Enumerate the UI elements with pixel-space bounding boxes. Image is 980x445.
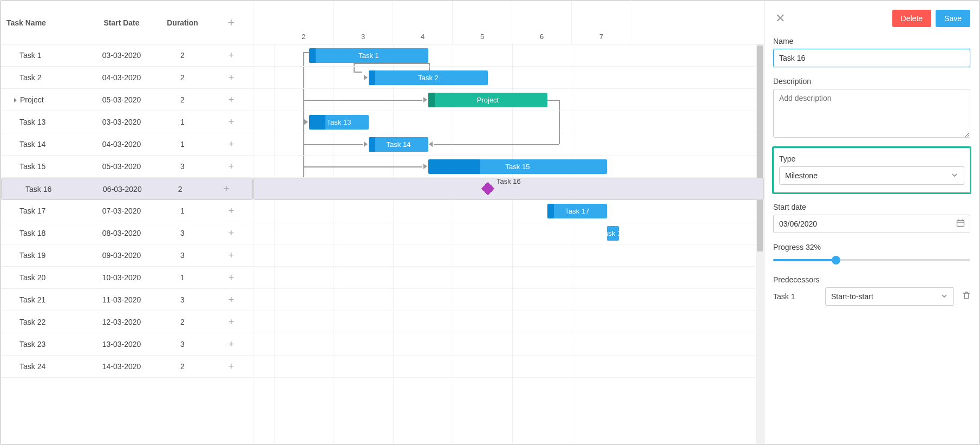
col-start-date[interactable]: Start Date (88, 18, 155, 27)
table-row[interactable]: Task 1707-03-20201+ (1, 200, 253, 222)
cell-duration[interactable]: 2 (155, 362, 210, 371)
cell-task-name[interactable]: Task 21 (1, 295, 88, 304)
milestone-diamond[interactable] (481, 182, 495, 196)
cell-duration[interactable]: 2 (155, 73, 210, 82)
expand-icon[interactable] (14, 98, 17, 102)
name-input[interactable] (773, 49, 970, 67)
add-row-button[interactable]: + (210, 317, 253, 328)
table-row[interactable]: Task 1808-03-20203+ (1, 222, 253, 244)
cell-task-name[interactable]: Task 18 (1, 229, 88, 237)
add-row-button[interactable]: + (210, 72, 253, 83)
table-row[interactable]: Task 1303-03-20201+ (1, 111, 253, 133)
cell-duration[interactable]: 3 (155, 162, 210, 171)
cell-duration[interactable]: 3 (155, 251, 210, 260)
cell-duration[interactable]: 3 (155, 340, 210, 349)
add-row-button[interactable]: + (210, 205, 253, 217)
cell-task-name[interactable]: Task 14 (1, 140, 88, 149)
add-column-button[interactable]: + (210, 16, 253, 30)
table-row[interactable]: Task 1404-03-20201+ (1, 133, 253, 156)
cell-task-name[interactable]: Task 15 (1, 162, 88, 171)
cell-duration[interactable]: 2 (155, 95, 210, 104)
cell-task-name[interactable]: Task 1 (1, 51, 88, 60)
cell-duration[interactable]: 1 (155, 273, 210, 282)
trash-icon[interactable] (963, 291, 970, 302)
cell-task-name[interactable]: Task 2 (1, 73, 88, 82)
cell-start[interactable]: 13-03-2020 (88, 340, 155, 349)
cell-task-name[interactable]: Task 22 (1, 318, 88, 326)
save-button[interactable]: Save (936, 10, 970, 27)
cell-duration[interactable]: 2 (154, 185, 206, 194)
gantt-bar[interactable]: Task 13 (309, 115, 369, 130)
add-row-button[interactable]: + (210, 272, 253, 283)
add-row-button[interactable]: + (210, 339, 253, 350)
cell-start[interactable]: 14-03-2020 (88, 362, 155, 371)
col-task-name[interactable]: Task Name (1, 18, 88, 27)
cell-start[interactable]: 04-03-2020 (88, 140, 155, 149)
cell-task-name[interactable]: Task 24 (1, 362, 88, 371)
progress-slider[interactable] (773, 255, 970, 266)
close-icon[interactable]: ✕ (773, 11, 787, 25)
table-row[interactable]: Task 2111-03-20203+ (1, 289, 253, 311)
cell-start[interactable]: 10-03-2020 (88, 273, 155, 282)
gantt-bar[interactable]: Task 18 (607, 226, 619, 241)
cell-duration[interactable]: 2 (155, 51, 210, 60)
cell-start[interactable]: 03-03-2020 (88, 118, 155, 126)
cell-task-name[interactable]: Task 19 (1, 251, 88, 260)
cell-start[interactable]: 06-03-2020 (90, 185, 155, 194)
cell-start[interactable]: 11-03-2020 (88, 295, 155, 304)
table-row[interactable]: Task 2010-03-20201+ (1, 267, 253, 289)
add-row-button[interactable]: + (210, 250, 253, 261)
add-row-button[interactable]: + (210, 294, 253, 306)
cell-task-name[interactable]: Task 13 (1, 118, 88, 126)
cell-start[interactable]: 12-03-2020 (88, 318, 155, 326)
cell-task-name[interactable]: Task 16 (7, 185, 90, 194)
cell-start[interactable]: 09-03-2020 (88, 251, 155, 260)
cell-duration[interactable]: 1 (155, 140, 210, 149)
table-row[interactable]: Task 2313-03-20203+ (1, 333, 253, 356)
add-row-button[interactable]: + (210, 94, 253, 106)
cell-duration[interactable]: 2 (155, 318, 210, 326)
table-row[interactable]: Project05-03-20202+ (1, 89, 253, 111)
table-row[interactable]: Task 204-03-20202+ (1, 67, 253, 89)
table-row[interactable]: Task 1505-03-20203+ (1, 156, 253, 178)
cell-task-name[interactable]: Project (1, 95, 88, 104)
calendar-icon[interactable] (956, 219, 965, 229)
col-duration[interactable]: Duration (155, 18, 210, 27)
start-date-input[interactable] (773, 215, 970, 233)
predecessor-link-select[interactable]: Start-to-start (825, 287, 954, 306)
timeline-scrollbar[interactable] (756, 44, 764, 444)
add-row-button[interactable]: + (206, 183, 247, 195)
cell-task-name[interactable]: Task 17 (1, 207, 88, 215)
cell-task-name[interactable]: Task 20 (1, 273, 88, 282)
gantt-bar[interactable]: Project (428, 93, 547, 107)
gantt-bar[interactable]: Task 17 (547, 204, 607, 218)
delete-button[interactable]: Delete (892, 10, 931, 27)
timeline-body[interactable]: Task 1Task 2ProjectTask 13Task 14Task 15… (253, 44, 764, 444)
add-row-button[interactable]: + (210, 139, 253, 150)
add-row-button[interactable]: + (210, 50, 253, 61)
table-row[interactable]: Task 2414-03-20202+ (1, 356, 253, 378)
gantt-bar[interactable]: Task 15 (428, 159, 607, 174)
cell-duration[interactable]: 3 (155, 295, 210, 304)
add-row-button[interactable]: + (210, 228, 253, 239)
add-row-button[interactable]: + (210, 361, 253, 372)
cell-start[interactable]: 08-03-2020 (88, 229, 155, 237)
cell-start[interactable]: 04-03-2020 (88, 73, 155, 82)
gantt-bar[interactable]: Task 2 (369, 70, 488, 85)
cell-duration[interactable]: 1 (155, 118, 210, 126)
type-select[interactable]: Milestone (779, 166, 964, 185)
cell-task-name[interactable]: Task 23 (1, 340, 88, 349)
cell-start[interactable]: 05-03-2020 (88, 162, 155, 171)
table-row[interactable]: Task 1909-03-20203+ (1, 244, 253, 267)
cell-start[interactable]: 03-03-2020 (88, 51, 155, 60)
table-row[interactable]: Task 103-03-20202+ (1, 44, 253, 67)
cell-duration[interactable]: 3 (155, 229, 210, 237)
gantt-bar[interactable]: Task 14 (369, 137, 428, 152)
cell-duration[interactable]: 1 (155, 207, 210, 215)
table-row[interactable]: Task 2212-03-20202+ (1, 311, 253, 333)
table-row[interactable]: Task 1606-03-20202+ (1, 178, 253, 200)
cell-start[interactable]: 05-03-2020 (88, 95, 155, 104)
add-row-button[interactable]: + (210, 117, 253, 128)
add-row-button[interactable]: + (210, 161, 253, 172)
cell-start[interactable]: 07-03-2020 (88, 207, 155, 215)
